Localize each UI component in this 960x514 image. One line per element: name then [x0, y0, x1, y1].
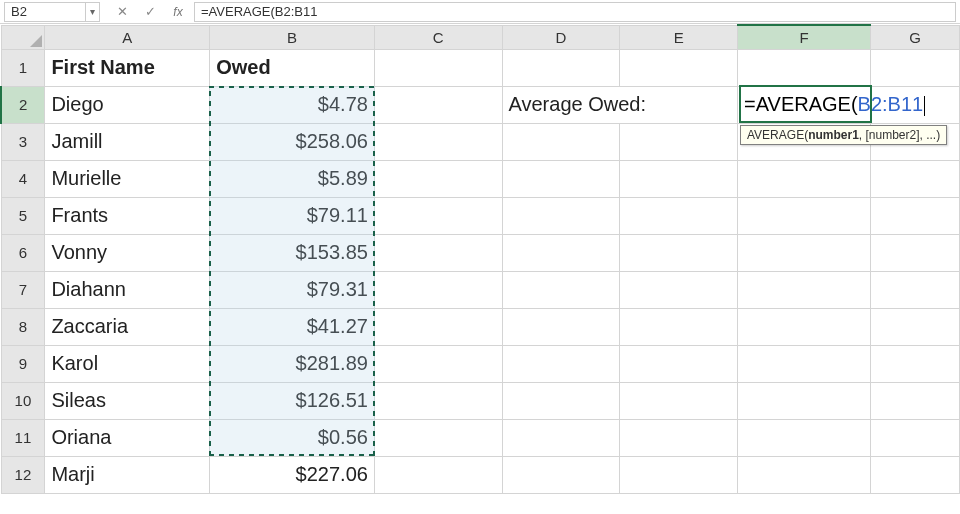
cell-E3[interactable]: [620, 123, 738, 160]
cell-A2[interactable]: Diego: [45, 86, 210, 123]
cell-G12[interactable]: [870, 456, 959, 493]
cell-B1[interactable]: Owed: [210, 49, 375, 86]
cell-B7[interactable]: $79.31: [210, 271, 375, 308]
cell-B11[interactable]: $0.56: [210, 419, 375, 456]
cell-E7[interactable]: [620, 271, 738, 308]
col-header-F[interactable]: F: [738, 25, 871, 49]
cell-G6[interactable]: [870, 234, 959, 271]
cell-E8[interactable]: [620, 308, 738, 345]
cell-G7[interactable]: [870, 271, 959, 308]
cell-A8[interactable]: Zaccaria: [45, 308, 210, 345]
cell-D1[interactable]: [502, 49, 620, 86]
row-header-8[interactable]: 8: [1, 308, 45, 345]
col-header-E[interactable]: E: [620, 25, 738, 49]
row-header-5[interactable]: 5: [1, 197, 45, 234]
cell-A11[interactable]: Oriana: [45, 419, 210, 456]
select-all-corner[interactable]: [1, 25, 45, 49]
cell-C2[interactable]: [374, 86, 502, 123]
cell-E1[interactable]: [620, 49, 738, 86]
cell-F8[interactable]: [738, 308, 871, 345]
cell-D10[interactable]: [502, 382, 620, 419]
cell-F4[interactable]: [738, 160, 871, 197]
cell-C4[interactable]: [374, 160, 502, 197]
cell-E10[interactable]: [620, 382, 738, 419]
cell-D4[interactable]: [502, 160, 620, 197]
cell-D9[interactable]: [502, 345, 620, 382]
cell-A7[interactable]: Diahann: [45, 271, 210, 308]
cell-A4[interactable]: Murielle: [45, 160, 210, 197]
cell-D12[interactable]: [502, 456, 620, 493]
cell-B5[interactable]: $79.11: [210, 197, 375, 234]
cell-A9[interactable]: Karol: [45, 345, 210, 382]
cell-F11[interactable]: [738, 419, 871, 456]
cell-C3[interactable]: [374, 123, 502, 160]
col-header-A[interactable]: A: [45, 25, 210, 49]
col-header-D[interactable]: D: [502, 25, 620, 49]
cell-E9[interactable]: [620, 345, 738, 382]
cell-C9[interactable]: [374, 345, 502, 382]
cell-B3[interactable]: $258.06: [210, 123, 375, 160]
row-header-7[interactable]: 7: [1, 271, 45, 308]
cell-F2[interactable]: =AVERAGE(B2:B11: [738, 86, 960, 123]
insert-function-button[interactable]: fx: [165, 2, 191, 22]
cell-A3[interactable]: Jamill: [45, 123, 210, 160]
cell-C12[interactable]: [374, 456, 502, 493]
cell-A5[interactable]: Frants: [45, 197, 210, 234]
formula-bar-input[interactable]: =AVERAGE(B2:B11: [194, 2, 956, 22]
row-header-2[interactable]: 2: [1, 86, 45, 123]
cell-G8[interactable]: [870, 308, 959, 345]
name-box[interactable]: B2: [5, 4, 85, 19]
cell-F10[interactable]: [738, 382, 871, 419]
cell-G5[interactable]: [870, 197, 959, 234]
row-header-11[interactable]: 11: [1, 419, 45, 456]
cell-A10[interactable]: Sileas: [45, 382, 210, 419]
cell-D2[interactable]: Average Owed:: [502, 86, 738, 123]
cell-F6[interactable]: [738, 234, 871, 271]
cell-B4[interactable]: $5.89: [210, 160, 375, 197]
cell-C11[interactable]: [374, 419, 502, 456]
cell-C8[interactable]: [374, 308, 502, 345]
row-header-3[interactable]: 3: [1, 123, 45, 160]
cell-B9[interactable]: $281.89: [210, 345, 375, 382]
row-header-4[interactable]: 4: [1, 160, 45, 197]
cell-B6[interactable]: $153.85: [210, 234, 375, 271]
cell-F5[interactable]: [738, 197, 871, 234]
cell-C7[interactable]: [374, 271, 502, 308]
cell-A6[interactable]: Vonny: [45, 234, 210, 271]
cell-F12[interactable]: [738, 456, 871, 493]
cell-D8[interactable]: [502, 308, 620, 345]
cell-B12[interactable]: $227.06: [210, 456, 375, 493]
cell-G10[interactable]: [870, 382, 959, 419]
cell-B8[interactable]: $41.27: [210, 308, 375, 345]
col-header-C[interactable]: C: [374, 25, 502, 49]
cell-A1[interactable]: First Name: [45, 49, 210, 86]
cell-E4[interactable]: [620, 160, 738, 197]
row-header-1[interactable]: 1: [1, 49, 45, 86]
cell-F7[interactable]: [738, 271, 871, 308]
spreadsheet-grid[interactable]: A B C D E F G 1 First Name Owed 2 Diego …: [0, 24, 960, 494]
cell-E11[interactable]: [620, 419, 738, 456]
cell-G4[interactable]: [870, 160, 959, 197]
cell-E5[interactable]: [620, 197, 738, 234]
cell-G11[interactable]: [870, 419, 959, 456]
cell-D5[interactable]: [502, 197, 620, 234]
cell-C6[interactable]: [374, 234, 502, 271]
cell-E12[interactable]: [620, 456, 738, 493]
cell-F9[interactable]: [738, 345, 871, 382]
row-header-9[interactable]: 9: [1, 345, 45, 382]
cell-E6[interactable]: [620, 234, 738, 271]
cell-B10[interactable]: $126.51: [210, 382, 375, 419]
cell-C10[interactable]: [374, 382, 502, 419]
name-box-dropdown[interactable]: ▾: [85, 3, 99, 21]
cell-C5[interactable]: [374, 197, 502, 234]
cell-D3[interactable]: [502, 123, 620, 160]
cell-G1[interactable]: [870, 49, 959, 86]
cell-D7[interactable]: [502, 271, 620, 308]
cancel-formula-button[interactable]: ✕: [109, 2, 135, 22]
row-header-6[interactable]: 6: [1, 234, 45, 271]
row-header-10[interactable]: 10: [1, 382, 45, 419]
cell-B2[interactable]: $4.78: [210, 86, 375, 123]
col-header-G[interactable]: G: [870, 25, 959, 49]
cell-D6[interactable]: [502, 234, 620, 271]
col-header-B[interactable]: B: [210, 25, 375, 49]
